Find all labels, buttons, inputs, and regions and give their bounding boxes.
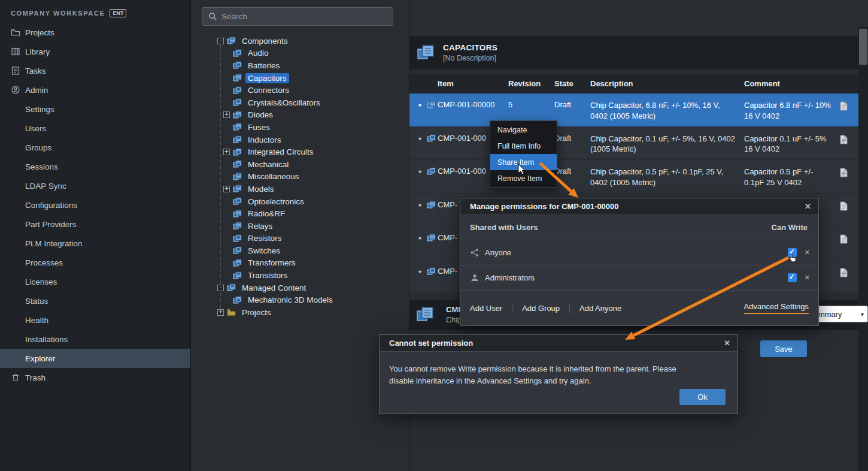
- tree-item-label: Fuses: [245, 122, 272, 132]
- tree-expander-icon[interactable]: +: [223, 186, 230, 192]
- tree-item[interactable]: Switches: [191, 244, 409, 257]
- tree-expander-icon[interactable]: +: [223, 149, 230, 155]
- row-expand-icon[interactable]: ▸: [419, 268, 422, 274]
- close-icon[interactable]: ✕: [724, 339, 730, 348]
- tree-item[interactable]: Batteries: [191, 59, 409, 72]
- tree-item[interactable]: Capacitors: [191, 72, 409, 84]
- sidebar-subitem[interactable]: Explorer: [0, 349, 190, 368]
- dialog-titlebar: Manage permissions for CMP-001-00000 ✕: [460, 198, 818, 215]
- tree-item[interactable]: Mechanical: [191, 158, 409, 171]
- tree-item[interactable]: Fuses: [191, 121, 409, 134]
- close-icon[interactable]: ✕: [805, 202, 811, 211]
- sidebar-item-admin[interactable]: Admin: [0, 80, 190, 99]
- sidebar-subitem-label: LDAP Sync: [25, 182, 66, 191]
- sidebar-subitem-label: Health: [25, 316, 48, 325]
- item-comment: Capacitor 6.8 nF +/- 10% 16 V 0402: [744, 100, 835, 122]
- tree-item[interactable]: + Diodes: [191, 109, 409, 122]
- column-description[interactable]: Description: [590, 79, 633, 88]
- document-icon[interactable]: [840, 234, 848, 244]
- column-comment[interactable]: Comment: [744, 79, 780, 88]
- table-row[interactable]: ▸ CMP-001-00000 5 Draft Chip Capacitor, …: [409, 93, 858, 127]
- save-button[interactable]: Save: [760, 340, 807, 357]
- tree-item[interactable]: + Projects: [191, 306, 409, 319]
- column-revision[interactable]: Revision: [508, 79, 541, 88]
- tree-item[interactable]: Inductors: [191, 134, 409, 146]
- tree-item[interactable]: Transformers: [191, 257, 409, 270]
- context-menu-item[interactable]: Navigate: [490, 122, 557, 138]
- ok-button[interactable]: Ok: [679, 389, 726, 405]
- search-input[interactable]: [221, 12, 377, 21]
- add-permission-link[interactable]: Add User: [470, 304, 502, 313]
- component-library-icon: [233, 210, 242, 218]
- tree-item-label: Optoelectronics: [245, 197, 306, 207]
- tree-item[interactable]: Optoelectronics: [191, 195, 409, 208]
- row-expand-icon[interactable]: ▸: [419, 135, 422, 141]
- document-icon[interactable]: [840, 268, 848, 277]
- tree-item[interactable]: Resistors: [191, 233, 409, 245]
- tree-item[interactable]: Transistors: [191, 269, 409, 282]
- sidebar-subitem[interactable]: PLM Integration: [0, 234, 190, 253]
- manage-permissions-dialog: Manage permissions for CMP-001-00000 ✕ S…: [460, 198, 819, 326]
- document-icon[interactable]: [840, 201, 848, 211]
- tree-panel: - Components Audio: [191, 0, 409, 471]
- sidebar-item-projects[interactable]: Projects: [0, 23, 190, 42]
- sidebar-subitem[interactable]: Installations: [0, 330, 190, 349]
- table-row[interactable]: ▸ CMP-001-000 Draft Chip Capacitor, 0.1 …: [409, 127, 858, 161]
- can-write-checkbox[interactable]: [788, 248, 797, 257]
- sidebar-subitem[interactable]: Part Providers: [0, 215, 190, 234]
- sidebar-subitem[interactable]: Licenses: [0, 272, 190, 291]
- document-icon[interactable]: [840, 135, 848, 144]
- item-id: CMP-: [438, 233, 457, 242]
- remove-entry-icon[interactable]: ✕: [805, 249, 810, 256]
- sidebar-subitem[interactable]: Users: [0, 119, 190, 138]
- tree-expander-icon[interactable]: -: [217, 38, 224, 44]
- tree-item[interactable]: Audio: [191, 47, 409, 60]
- context-menu-item[interactable]: Remove Item: [490, 170, 557, 186]
- column-state[interactable]: State: [554, 79, 573, 88]
- tree-item[interactable]: Radio&RF: [191, 207, 409, 220]
- tree-item[interactable]: + Integrated Circuits: [191, 146, 409, 158]
- tree-item[interactable]: Miscellaneous: [191, 171, 409, 183]
- sidebar-subitem[interactable]: Configurations: [0, 195, 190, 215]
- component-library-icon: [233, 259, 242, 267]
- context-menu-item[interactable]: Full Item Info: [490, 138, 557, 154]
- remove-entry-icon[interactable]: ✕: [805, 274, 810, 282]
- sidebar-subitem[interactable]: Sessions: [0, 157, 190, 176]
- tree-item[interactable]: - Managed Content: [191, 282, 409, 294]
- vertical-scrollbar[interactable]: [858, 27, 868, 471]
- sidebar-subitem[interactable]: LDAP Sync: [0, 176, 190, 195]
- sidebar-item-label: Projects: [25, 28, 54, 37]
- tree-expander-icon[interactable]: +: [217, 309, 224, 316]
- document-icon[interactable]: [840, 101, 848, 111]
- add-permission-link[interactable]: Add Anyone: [569, 304, 621, 313]
- row-expand-icon[interactable]: ▸: [419, 168, 422, 174]
- context-menu-item[interactable]: Share Item: [490, 154, 557, 170]
- tree-item[interactable]: Mechatronic 3D Models: [191, 294, 409, 306]
- sidebar-subitem[interactable]: Settings: [0, 99, 190, 119]
- sidebar-subitem[interactable]: Groups: [0, 138, 190, 157]
- row-expand-icon[interactable]: ▸: [419, 201, 422, 208]
- sidebar-subitem[interactable]: Health: [0, 310, 190, 330]
- tree-item[interactable]: Connectors: [191, 84, 409, 96]
- tree-item[interactable]: - Components: [191, 35, 409, 47]
- tree-item[interactable]: + Models: [191, 183, 409, 195]
- tree-expander-icon[interactable]: +: [223, 111, 230, 118]
- document-icon[interactable]: [840, 168, 848, 177]
- tree-item[interactable]: Crystals&Oscillators: [191, 96, 409, 109]
- column-item[interactable]: Item: [438, 79, 454, 88]
- sidebar-subitem[interactable]: Status: [0, 291, 190, 310]
- tree-expander-icon[interactable]: -: [217, 285, 224, 291]
- can-write-checkbox[interactable]: [788, 273, 797, 282]
- add-permission-link[interactable]: Add Group: [512, 304, 560, 313]
- sidebar-item-label: Library: [25, 47, 50, 56]
- sidebar-item-library[interactable]: Library: [0, 42, 190, 61]
- row-expand-icon[interactable]: ▸: [419, 101, 422, 108]
- advanced-settings-link[interactable]: Advanced Settings: [744, 302, 809, 314]
- tree-item[interactable]: Relays: [191, 220, 409, 233]
- sidebar-subitem[interactable]: Processes: [0, 253, 190, 272]
- row-expand-icon[interactable]: ▸: [419, 234, 422, 241]
- table-row[interactable]: ▸ CMP-001-000 Draft Chip Capacitor, 0.5 …: [409, 160, 858, 194]
- sidebar-item-tasks[interactable]: Tasks: [0, 61, 190, 80]
- scrollbar-thumb[interactable]: [859, 29, 867, 65]
- sidebar-item-trash[interactable]: Trash: [0, 368, 190, 387]
